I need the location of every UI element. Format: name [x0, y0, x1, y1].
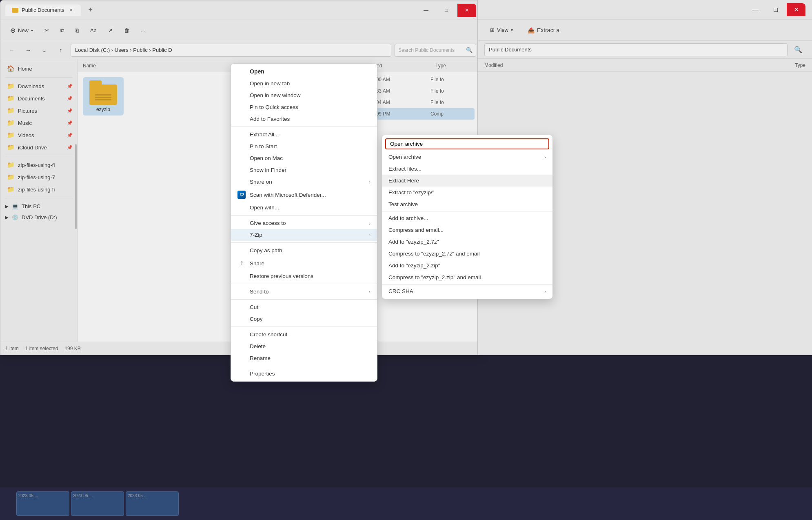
music-folder-icon: 📁 [7, 119, 15, 127]
ctx-show-finder[interactable]: Show in Finder [231, 164, 377, 176]
ctx-7zip[interactable]: 7-Zip › [231, 229, 377, 241]
extract-maximize[interactable]: □ [766, 3, 785, 16]
up-button[interactable]: ↑ [54, 44, 67, 57]
new-tab-button[interactable]: + [84, 4, 97, 17]
sidebar-item-home[interactable]: 🏠 Home [0, 62, 78, 75]
extract-minimize[interactable]: — [746, 3, 765, 16]
ctx-access-label: Give access to [250, 220, 286, 226]
sidebar-item-videos[interactable]: 📁 Videos 📌 [0, 129, 78, 141]
ctx-finder-label: Show in Finder [250, 167, 286, 173]
ctx-open-new-tab[interactable]: Open in new tab [231, 78, 377, 89]
close-button[interactable]: ✕ [457, 4, 476, 17]
sub-extract-to[interactable]: Extract to "ezyzip\" [382, 187, 552, 198]
sub-add-archive[interactable]: Add to archive... [382, 212, 552, 224]
minimize-button[interactable]: — [417, 4, 435, 17]
ctx-share[interactable]: ⤴ Share [231, 256, 377, 270]
forward-button[interactable]: → [22, 44, 35, 57]
sub-open-archive-arrow: › [544, 155, 546, 160]
toolbar: ⊕ New ▾ ✂ ⧉ ⎗ Aa ↗ 🗑 ... [0, 20, 481, 41]
share-box-icon: ⤴ [237, 259, 246, 267]
ctx-pin-start-label: Pin to Start [250, 143, 277, 149]
extract-close[interactable]: ✕ [787, 3, 805, 16]
taskbar-thumb-2[interactable]: 2023-05-... [71, 491, 124, 516]
ctx-properties[interactable]: Properties [231, 368, 377, 380]
home-icon: 🏠 [7, 65, 15, 72]
sub-compress-zip-email[interactable]: Compress to "ezyzip_2.zip" and email [382, 271, 552, 283]
tab-close-button[interactable]: ✕ [68, 7, 74, 13]
ctx-send-to[interactable]: Send to › [231, 286, 377, 298]
copy-button[interactable]: ⧉ [55, 25, 69, 36]
ctx-scan-defender[interactable]: 🛡 Scan with Microsoft Defender... [231, 188, 377, 202]
new-button[interactable]: ⊕ New ▾ [5, 24, 38, 37]
ctx-delete[interactable]: Delete [231, 340, 377, 352]
sidebar-dvd[interactable]: ▶ 💿 DVD Drive (D:) [0, 212, 78, 223]
extract-search-icon[interactable]: 🔍 [791, 43, 805, 56]
sub-crc-sha[interactable]: CRC SHA › [382, 285, 552, 297]
sub-compress-7z-email[interactable]: Compress to "ezyzip_2.7z" and email [382, 248, 552, 260]
extract-all-button[interactable]: 📤 Extract a [522, 24, 565, 36]
maximize-button[interactable]: □ [437, 4, 456, 17]
open-archive-highlighted-button[interactable]: Open archive [385, 138, 549, 149]
documents-folder-icon: 📁 [7, 95, 15, 102]
rename-button[interactable]: Aa [85, 25, 102, 36]
view-button[interactable]: ⊞ View ▾ [484, 24, 519, 36]
ctx-divider-5 [231, 299, 377, 300]
sidebar-scrollbar[interactable] [75, 144, 77, 229]
file-item-ezyzip[interactable]: ezyzip [83, 77, 124, 116]
thumb-1-label: 2023-05-... [17, 492, 69, 500]
ctx-open-mac[interactable]: Open on Mac [231, 152, 377, 164]
back-button[interactable]: ← [5, 44, 18, 57]
sidebar-item-zip1[interactable]: 📁 zip-files-using-fi [0, 159, 78, 171]
ctx-pin-quick[interactable]: Pin to Quick access [231, 101, 377, 113]
sidebar-item-icloud[interactable]: 📁 iCloud Drive 📌 [0, 141, 78, 153]
more-button[interactable]: ... [136, 25, 150, 36]
ctx-open-new-window[interactable]: Open in new window [231, 89, 377, 101]
sidebar-item-pictures[interactable]: 📁 Pictures 📌 [0, 104, 78, 117]
ctx-extract-all[interactable]: Extract All... [231, 129, 377, 140]
sidebar-item-music[interactable]: 📁 Music 📌 [0, 117, 78, 129]
ctx-create-shortcut[interactable]: Create shortcut [231, 329, 377, 340]
ctx-share-on[interactable]: Share on › [231, 176, 377, 188]
recent-button[interactable]: ⌄ [38, 44, 51, 57]
sub-compress-email[interactable]: Compress and email... [382, 224, 552, 236]
sub-extract-files[interactable]: Extract files... [382, 163, 552, 175]
ctx-cut[interactable]: Cut [231, 301, 377, 313]
sidebar-this-pc[interactable]: ▶ 💻 This PC [0, 201, 78, 212]
sub-open-archive[interactable]: Open archive › [382, 151, 552, 163]
ctx-rename[interactable]: Rename [231, 352, 377, 364]
ctx-copy-path[interactable]: Copy as path [231, 244, 377, 256]
address-bar: ← → ⌄ ↑ Local Disk (C:) › Users › Public… [0, 41, 481, 59]
search-box[interactable]: Search Public Documents 🔍 [395, 44, 476, 57]
breadcrumb[interactable]: Local Disk (C:) › Users › Public › Publi… [71, 44, 391, 57]
ctx-restore[interactable]: Restore previous versions [231, 270, 377, 282]
sidebar-item-zip3[interactable]: 📁 zip-files-using-fi [0, 183, 78, 196]
share-button[interactable]: ↗ [103, 25, 118, 36]
ctx-open[interactable]: Open [231, 65, 377, 78]
ctx-open-window-label: Open in new window [250, 92, 301, 98]
sub-add-zip[interactable]: Add to "ezyzip_2.zip" [382, 260, 552, 271]
ctx-pin-start[interactable]: Pin to Start [231, 140, 377, 152]
zip2-folder-icon: 📁 [7, 173, 15, 181]
extract-breadcrumb[interactable]: Public Documents [484, 43, 788, 56]
delete-icon: 🗑 [124, 27, 129, 33]
sub-test-archive[interactable]: Test archive [382, 198, 552, 210]
pin-icon-icloud: 📌 [67, 145, 73, 150]
sub-add-7z[interactable]: Add to "ezyzip_2.7z" [382, 236, 552, 248]
ctx-open-with[interactable]: Open with... [231, 202, 377, 213]
paste-button[interactable]: ⎗ [71, 25, 84, 36]
sidebar-item-zip2[interactable]: 📁 zip-files-using-7 [0, 171, 78, 183]
ctx-give-access[interactable]: Give access to › [231, 217, 377, 229]
sidebar-item-downloads[interactable]: 📁 Downloads 📌 [0, 80, 78, 92]
col-type-header[interactable]: Type [435, 63, 476, 69]
title-tab[interactable]: Public Documents ✕ [5, 4, 81, 16]
view-chevron: ▾ [511, 28, 513, 32]
col-name-header[interactable]: Name [83, 63, 96, 69]
cut-button[interactable]: ✂ [40, 25, 54, 36]
sidebar-item-documents[interactable]: 📁 Documents 📌 [0, 92, 78, 104]
taskbar-thumb-3[interactable]: 2023-05-... [126, 491, 179, 516]
delete-button[interactable]: 🗑 [119, 25, 134, 36]
ctx-copy[interactable]: Copy [231, 313, 377, 325]
ctx-add-favorites[interactable]: Add to Favorites [231, 113, 377, 125]
taskbar-thumb-1[interactable]: 2023-05-... [16, 491, 69, 516]
sub-extract-here[interactable]: Extract Here [382, 175, 552, 187]
